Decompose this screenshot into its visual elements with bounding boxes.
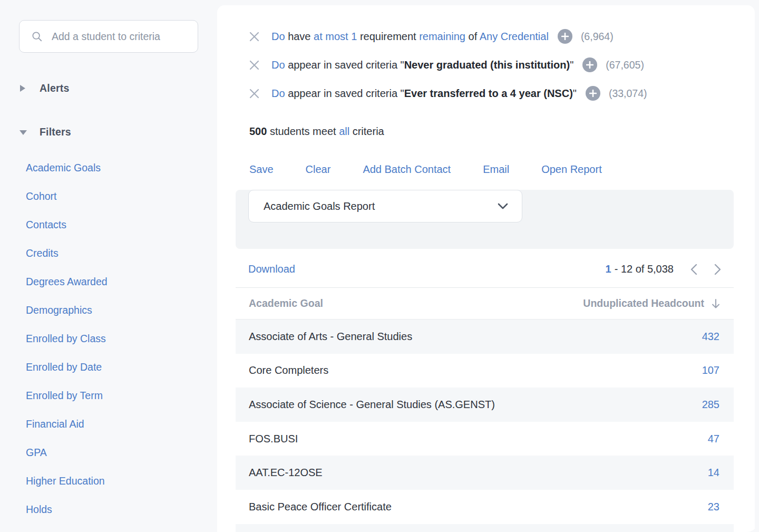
chevron-down-icon <box>498 203 508 209</box>
criterion-link[interactable]: at most 1 <box>314 31 360 42</box>
report-panel: Academic Goals Report <box>236 190 734 249</box>
headcount-link[interactable]: 285 <box>702 399 719 411</box>
student-count: 500 <box>249 125 267 137</box>
headcount-link[interactable]: 432 <box>702 331 719 343</box>
filter-list-item: Academic Goals <box>26 162 217 174</box>
clear-link[interactable]: Clear <box>306 163 331 176</box>
filter-link[interactable]: Degrees Awarded <box>26 276 108 287</box>
filter-list-item: Enrolled by Date <box>26 361 217 373</box>
filter-link[interactable]: GPA <box>26 447 47 458</box>
filter-link[interactable]: Credits <box>26 247 59 259</box>
caret-down-icon <box>19 129 27 136</box>
add-criterion-button[interactable] <box>586 86 600 101</box>
criterion-text-segment: have <box>288 31 314 42</box>
add-criterion-button[interactable] <box>582 57 597 72</box>
filter-link[interactable]: Contacts <box>26 219 66 230</box>
criterion-link[interactable]: Any Credential <box>480 31 549 42</box>
academic-goal-cell: Associate of Science - General Studies (… <box>249 399 495 411</box>
sidebar-section-alerts[interactable]: Alerts <box>19 82 217 94</box>
academic-goal-cell: FOS.BUSI <box>249 433 298 445</box>
filter-list-item: GPA <box>26 447 217 459</box>
student-search-input[interactable] <box>51 30 190 43</box>
remove-criterion-button[interactable] <box>248 59 260 71</box>
filter-link[interactable]: Higher Education <box>26 475 105 487</box>
column-header-academic-goal: Academic Goal <box>249 297 323 309</box>
email-link[interactable]: Email <box>483 163 509 176</box>
academic-goal-cell: Core Completers <box>249 364 328 376</box>
criterion-count: (6,964) <box>581 31 614 43</box>
column-header-unduplicated-headcount[interactable]: Unduplicated Headcount <box>583 297 720 309</box>
headcount-link[interactable]: 47 <box>708 433 719 445</box>
add-criterion-button[interactable] <box>558 29 572 44</box>
action-bar: Save Clear Add Batch Contact Email Open … <box>236 163 734 176</box>
close-icon <box>249 60 260 71</box>
remove-criterion-button[interactable] <box>248 88 260 99</box>
column-header-label: Unduplicated Headcount <box>583 297 704 309</box>
download-link[interactable]: Download <box>248 263 295 275</box>
filter-link[interactable]: Cohort <box>26 190 57 202</box>
sidebar-section-label: Alerts <box>40 82 69 94</box>
sidebar: Alerts Filters Academic Goals Cohort <box>0 0 217 532</box>
criterion-count: (33,074) <box>609 88 647 100</box>
page-current: 1 <box>606 263 611 275</box>
headcount-link[interactable]: 14 <box>708 467 719 479</box>
summary-text: students meet <box>267 125 339 137</box>
previous-page-button[interactable] <box>690 264 697 275</box>
filter-link[interactable]: Enrolled by Class <box>26 333 106 344</box>
filter-link[interactable]: Demographics <box>26 304 92 316</box>
sidebar-section-label: Filters <box>40 126 71 138</box>
table-row: Associate of Arts - General Studies 432 <box>236 320 734 354</box>
chevron-right-icon <box>714 264 721 275</box>
filter-link[interactable]: Enrolled by Term <box>26 390 103 401</box>
criterion-text-segment: Ever transferred to a 4 year (NSC) <box>404 88 573 99</box>
page-range: 1- 12 of 5,038 <box>606 263 674 275</box>
save-link[interactable]: Save <box>249 163 274 176</box>
headcount-link[interactable]: 23 <box>708 501 719 513</box>
close-icon <box>249 88 260 99</box>
criterion-link[interactable]: remaining <box>419 31 468 42</box>
headcount-link[interactable]: 107 <box>702 364 719 376</box>
app: Alerts Filters Academic Goals Cohort <box>0 0 759 532</box>
table-row: AAT.EC-12OSE 14 <box>236 456 734 490</box>
filter-list-item: Demographics <box>26 304 217 316</box>
criterion-link[interactable]: Do <box>271 88 288 99</box>
criterion-text: Do have at most 1 requirement remaining … <box>271 31 549 43</box>
table-row: FOS.BUSI 47 <box>236 422 734 456</box>
criteria-section: Do have at most 1 requirement remaining … <box>236 29 734 101</box>
criterion-count: (67,605) <box>606 59 644 71</box>
criterion-text: Do appear in saved criteria "Never gradu… <box>271 59 573 71</box>
criterion-link[interactable]: Do <box>271 59 288 71</box>
criterion-text-segment: appear in saved criteria " <box>288 88 404 99</box>
open-report-link[interactable]: Open Report <box>541 163 602 176</box>
all-any-toggle[interactable]: all <box>339 125 349 137</box>
filter-link[interactable]: Enrolled by Date <box>26 361 102 373</box>
filter-list-item: Credits <box>26 247 217 259</box>
sidebar-section-filters[interactable]: Filters <box>19 126 217 138</box>
plus-icon <box>589 90 597 97</box>
academic-goal-cell: Basic Peace Officer Certificate <box>249 501 392 513</box>
filter-link[interactable]: Holds <box>26 504 52 515</box>
filter-link[interactable]: Academic Goals <box>26 162 101 173</box>
filter-list-item: Cohort <box>26 190 217 202</box>
sort-descending-icon <box>712 298 720 309</box>
add-batch-contact-link[interactable]: Add Batch Contact <box>363 163 451 176</box>
remove-criterion-button[interactable] <box>248 31 260 42</box>
chevron-left-icon <box>690 264 697 275</box>
criterion-text: Do appear in saved criteria "Ever transf… <box>271 88 577 100</box>
criterion-text-segment: of <box>469 31 480 42</box>
filter-list: Academic Goals Cohort Contacts Credits D… <box>19 162 217 516</box>
table-row: Associate of Science - General Studies (… <box>236 388 734 422</box>
academic-goal-cell: AAT.EC-12OSE <box>249 467 323 479</box>
report-select[interactable]: Academic Goals Report <box>248 190 522 223</box>
results-table: Associate of Arts - General Studies 432 … <box>236 320 734 524</box>
criterion-text-segment: Never graduated (this institution) <box>404 59 570 71</box>
filter-link[interactable]: Financial Aid <box>26 418 84 430</box>
next-page-button[interactable] <box>714 264 721 275</box>
criterion-link[interactable]: Do <box>271 31 288 42</box>
student-search-box <box>19 20 198 53</box>
plus-icon <box>561 33 569 40</box>
filter-list-item: Contacts <box>26 219 217 231</box>
filter-list-item: Higher Education <box>26 475 217 487</box>
criterion-text-segment: " <box>573 88 577 99</box>
criterion-text-segment: appear in saved criteria " <box>288 59 404 71</box>
